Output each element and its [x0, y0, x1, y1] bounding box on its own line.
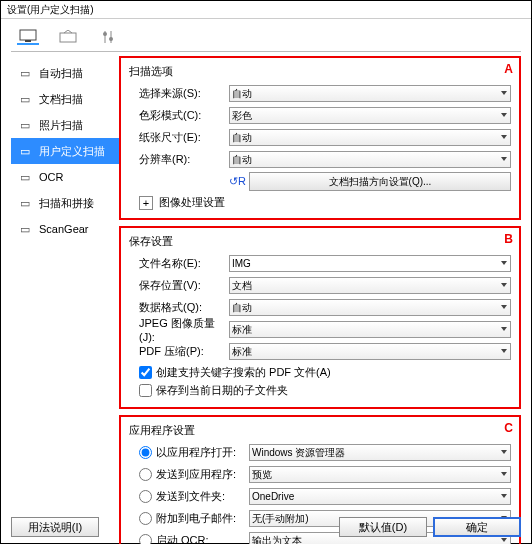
photo-icon: ▭ — [17, 119, 33, 131]
sidebar-photo-scan[interactable]: ▭照片扫描 — [11, 112, 119, 138]
paper-size-label: 纸张尺寸(E): — [129, 130, 229, 145]
save-subfolder-checkbox[interactable] — [139, 384, 152, 397]
filename-label: 文件名称(E): — [129, 256, 229, 271]
stitch-icon: ▭ — [17, 197, 33, 209]
ocr-icon: ▭ — [17, 171, 33, 183]
send-folder-select[interactable]: OneDrive — [249, 488, 511, 505]
app-settings-heading: 应用程序设置 — [129, 423, 511, 438]
defaults-button[interactable]: 默认值(D) — [339, 517, 427, 537]
scangear-icon: ▭ — [17, 223, 33, 235]
data-format-label: 数据格式(Q): — [129, 300, 229, 315]
pdf-keyword-checkbox[interactable] — [139, 366, 152, 379]
expand-image-processing[interactable]: + — [139, 196, 153, 210]
save-location-select[interactable]: 文档 — [229, 277, 511, 294]
tab-monitor-icon[interactable] — [17, 29, 39, 45]
document-icon: ▭ — [17, 93, 33, 105]
send-app-radio[interactable] — [139, 468, 152, 481]
resolution-select[interactable]: 自动 — [229, 151, 511, 168]
open-with-label: 以应用程序打开: — [156, 445, 236, 460]
rotate-icon[interactable]: ↺R — [229, 175, 249, 188]
svg-point-6 — [109, 37, 113, 41]
sidebar-scan-stitch[interactable]: ▭扫描和拼接 — [11, 190, 119, 216]
jpeg-quality-select[interactable]: 标准 — [229, 321, 511, 338]
scanner-icon: ▭ — [17, 67, 33, 79]
open-with-select[interactable]: Windows 资源管理器 — [249, 444, 511, 461]
pdf-keyword-label: 创建支持关键字搜索的 PDF 文件(A) — [156, 365, 331, 380]
send-folder-label: 发送到文件夹: — [156, 489, 225, 504]
sidebar-scangear[interactable]: ▭ScanGear — [11, 216, 119, 242]
custom-icon: ▭ — [17, 145, 33, 157]
open-with-radio[interactable] — [139, 446, 152, 459]
tab-cloud-icon[interactable] — [57, 29, 79, 45]
jpeg-quality-label: JPEG 图像质量(J): — [129, 316, 229, 343]
sidebar-custom-scan[interactable]: ▭用户定义扫描 — [11, 138, 119, 164]
scan-options-heading: 扫描选项 — [129, 64, 511, 79]
panel-b-label: B — [504, 232, 513, 246]
save-settings-heading: 保存设置 — [129, 234, 511, 249]
panel-c-label: C — [504, 421, 513, 435]
orientation-settings-button[interactable]: 文档扫描方向设置(Q)... — [249, 172, 511, 191]
data-format-select[interactable]: 自动 — [229, 299, 511, 316]
scan-options-panel: A 扫描选项 选择来源(S):自动 色彩模式(C):彩色 纸张尺寸(E):自动 … — [119, 56, 521, 220]
save-settings-panel: B 保存设置 文件名称(E): 保存位置(V):文档 数据格式(Q):自动 JP… — [119, 226, 521, 409]
source-select[interactable]: 自动 — [229, 85, 511, 102]
sidebar: ▭自动扫描 ▭文档扫描 ▭照片扫描 ▭用户定义扫描 ▭OCR ▭扫描和拼接 ▭S… — [11, 56, 119, 544]
svg-rect-2 — [60, 33, 76, 42]
source-label: 选择来源(S): — [129, 86, 229, 101]
color-mode-select[interactable]: 彩色 — [229, 107, 511, 124]
sidebar-auto-scan[interactable]: ▭自动扫描 — [11, 60, 119, 86]
send-folder-radio[interactable] — [139, 490, 152, 503]
pdf-compress-label: PDF 压缩(P): — [129, 344, 229, 359]
paper-size-select[interactable]: 自动 — [229, 129, 511, 146]
resolution-label: 分辨率(R): — [129, 152, 229, 167]
send-app-select[interactable]: 预览 — [249, 466, 511, 483]
save-location-label: 保存位置(V): — [129, 278, 229, 293]
send-app-label: 发送到应用程序: — [156, 467, 236, 482]
ok-button[interactable]: 确定 — [433, 517, 521, 537]
window-title: 设置(用户定义扫描) — [1, 1, 531, 19]
top-tabbar — [11, 27, 521, 52]
svg-rect-0 — [20, 30, 36, 40]
filename-input[interactable] — [229, 255, 511, 272]
save-subfolder-label: 保存到当前日期的子文件夹 — [156, 383, 288, 398]
svg-point-5 — [103, 32, 107, 36]
panel-a-label: A — [504, 62, 513, 76]
color-mode-label: 色彩模式(C): — [129, 108, 229, 123]
pdf-compress-select[interactable]: 标准 — [229, 343, 511, 360]
instructions-button[interactable]: 用法说明(I) — [11, 517, 99, 537]
image-processing-label: 图像处理设置 — [159, 195, 225, 210]
sidebar-doc-scan[interactable]: ▭文档扫描 — [11, 86, 119, 112]
tab-tools-icon[interactable] — [97, 29, 119, 45]
svg-rect-1 — [25, 40, 31, 42]
footer: 用法说明(I) 默认值(D) 确定 — [11, 517, 521, 537]
sidebar-ocr[interactable]: ▭OCR — [11, 164, 119, 190]
